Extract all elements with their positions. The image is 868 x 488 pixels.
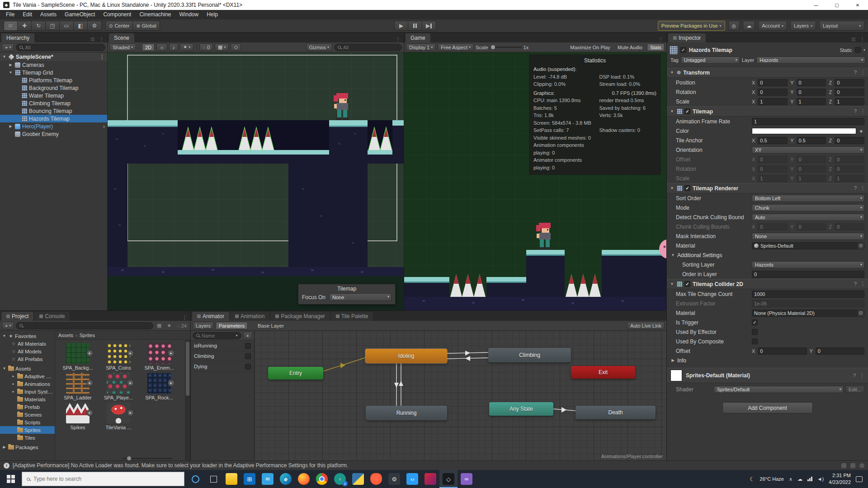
grid-visibility-icon[interactable]: ▦ ▾	[215, 43, 229, 51]
lock-icon[interactable]: ⚿	[89, 37, 96, 42]
collider-offset-y-field[interactable]: 0	[816, 347, 864, 355]
auto-live-link-button[interactable]: Auto Live Link	[627, 322, 665, 329]
is-trigger-checkbox[interactable]: ✓	[752, 319, 758, 325]
vscode-icon[interactable]: ‹›	[403, 470, 421, 488]
sprite-expand-icon[interactable]: ▸	[127, 409, 134, 416]
info-foldout[interactable]: ▶ Info	[667, 356, 868, 365]
firefox-icon[interactable]	[295, 470, 313, 488]
foldout-icon[interactable]: ▼	[670, 70, 675, 75]
frame-rate-field[interactable]: 1	[752, 118, 864, 125]
project-file[interactable]: ▸ SPA_Coins	[99, 343, 138, 371]
kebab-menu-icon[interactable]: ⋮	[99, 54, 105, 60]
visual-studio-icon[interactable]: ∞	[458, 470, 476, 488]
mask-interaction-dropdown[interactable]: None	[752, 233, 864, 240]
edge-icon[interactable]: e	[277, 470, 295, 488]
foldout-icon[interactable]: ▼	[670, 253, 675, 257]
parameters-toggle[interactable]: Parameters	[216, 322, 248, 329]
hierarchy-scene-row[interactable]: ▼ SampleScene* ⋮	[0, 52, 107, 61]
volume-icon[interactable]: ◄)	[817, 476, 824, 482]
chevron-down-icon[interactable]: ▾	[236, 333, 238, 338]
foldout-icon[interactable]: ▶	[670, 358, 675, 362]
aspect-dropdown[interactable]: Free Aspect▾	[438, 43, 474, 51]
scale-tool-icon[interactable]: ◳	[46, 21, 60, 31]
enabled-checkbox[interactable]: ✓	[684, 108, 690, 114]
project-folder[interactable]: ▸ Adaptive Performance	[0, 372, 55, 380]
taskbar-search-input[interactable]	[33, 476, 179, 482]
preview-packages-dropdown[interactable]: Preview Packages in Use▾	[658, 21, 725, 31]
static-checkbox[interactable]	[855, 47, 861, 53]
project-file[interactable]: ▸ SPA_Backg...	[58, 343, 98, 371]
foldout-icon[interactable]: ▼	[670, 282, 675, 286]
sprite-expand-icon[interactable]: ▸	[86, 350, 93, 357]
kebab-menu-icon[interactable]: ⋮	[859, 373, 864, 379]
hierarchy-search[interactable]	[16, 44, 105, 51]
hierarchy-item-tilemap[interactable]: Climbing Tilemap	[0, 99, 107, 107]
account-dropdown[interactable]: Account▾	[758, 21, 787, 31]
project-folder[interactable]: Materials	[0, 395, 55, 403]
tab-game[interactable]: Game	[406, 33, 430, 42]
parameter-checkbox[interactable]	[245, 353, 251, 359]
menu-item[interactable]: File	[2, 10, 19, 19]
python-icon[interactable]	[349, 470, 367, 488]
expander-icon[interactable]: ▶	[8, 63, 13, 67]
orientation-dropdown[interactable]: XY	[752, 146, 864, 154]
project-search-input[interactable]	[25, 323, 149, 328]
sprite-expand-icon[interactable]: ▸	[127, 380, 134, 386]
component-header-tilemap[interactable]: ▼ ✓ Tilemap ?⋮	[667, 106, 868, 117]
shader-dropdown[interactable]: Sprites/Default	[714, 386, 844, 393]
mute-audio-toggle[interactable]: Mute Audio	[615, 43, 645, 51]
help-icon[interactable]: ?	[854, 281, 857, 287]
scale-y-field[interactable]: 1	[797, 98, 826, 105]
tab-project[interactable]: Project	[1, 312, 33, 321]
focus-on-dropdown[interactable]: None	[329, 293, 392, 301]
hierarchy-item-tilemap[interactable]: Bouncing Tilemap	[0, 107, 107, 115]
position-y-field[interactable]: 0	[797, 79, 826, 86]
sprite-expand-icon[interactable]: ▸	[168, 350, 175, 357]
sort-order-dropdown[interactable]: Bottom Left	[752, 195, 864, 202]
state-node-any-state[interactable]: Any State	[489, 402, 553, 416]
play-button[interactable]: ▶	[394, 21, 408, 31]
scale-slider[interactable]	[490, 47, 522, 48]
expander-icon[interactable]: ▼	[2, 55, 7, 59]
expander-icon[interactable]: ▸	[11, 382, 16, 386]
project-file[interactable]: ▸ SPA_Enem...	[139, 343, 179, 371]
kebab-menu-icon[interactable]: ⋮	[860, 185, 865, 191]
sprite-pack-icon[interactable]: ▦	[155, 323, 163, 328]
sorting-layer-dropdown[interactable]: Hazords	[752, 261, 864, 268]
custom-tool-icon[interactable]: ⚙	[88, 21, 102, 31]
expander-icon[interactable]: ▼	[2, 366, 7, 371]
breadcrumb-assets[interactable]: Assets	[58, 333, 73, 338]
project-folder[interactable]: Sprites	[0, 426, 55, 434]
chrome-icon[interactable]	[313, 470, 331, 488]
hidden-objects-icon[interactable]: ◌ 0	[199, 43, 213, 51]
create-button[interactable]: + ▾	[2, 43, 14, 51]
state-machine-graph[interactable]: Idoling Climbing Entry Exit Running Any …	[255, 331, 666, 461]
scene-search-input[interactable]	[343, 45, 398, 50]
unity-hub-icon[interactable]: ⚙	[385, 470, 403, 488]
detect-culling-dropdown[interactable]: Auto	[752, 214, 864, 221]
sprite-expand-icon[interactable]: ▸	[168, 380, 175, 386]
kebab-menu-icon[interactable]: ⋮	[656, 37, 665, 42]
mode-dropdown[interactable]: Chunk	[752, 204, 864, 211]
audio-toggle-icon[interactable]: ♪	[169, 43, 178, 51]
component-header-tilemap-renderer[interactable]: ▼ ✓ Tilemap Renderer ?⋮	[667, 183, 868, 193]
menu-item[interactable]: Cinemachine	[135, 10, 175, 19]
rotation-z-field[interactable]: 0	[835, 89, 864, 96]
project-file[interactable]: ▸ SPA_Ladder	[58, 373, 98, 400]
hidden-count-icon[interactable]: ◌ 24	[175, 323, 189, 328]
project-file[interactable]: ▸ SPA_Playe...	[99, 373, 138, 400]
console-counts-icon[interactable]	[850, 463, 855, 468]
weather-text[interactable]: 26°C Haze	[760, 476, 784, 482]
position-x-field[interactable]: 0	[758, 79, 788, 86]
breadcrumb-current[interactable]: Sprites	[80, 333, 95, 338]
taskbar-search[interactable]	[22, 472, 184, 486]
maximize-on-play-toggle[interactable]: Maximize On Play	[567, 43, 613, 51]
scene-search[interactable]	[334, 44, 402, 51]
animator-parameter-row[interactable]: isRunning	[191, 341, 254, 351]
kebab-menu-icon[interactable]: ⋮	[860, 281, 865, 287]
cloud-icon[interactable]: ☁	[797, 476, 802, 482]
rider-icon[interactable]	[421, 470, 439, 488]
active-checkbox[interactable]: ✓	[680, 47, 686, 53]
clock[interactable]: 2:31 PM 4/23/2022	[829, 472, 851, 486]
edit-shader-button[interactable]: Edit...	[845, 385, 864, 393]
